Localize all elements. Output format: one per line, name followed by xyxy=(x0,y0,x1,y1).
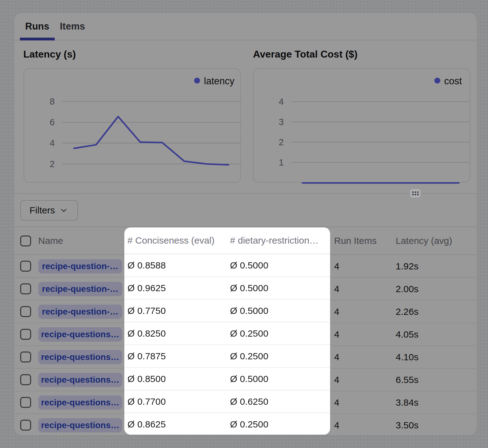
spotlight-row: Ø 0.8250Ø 0.2500 xyxy=(124,322,330,345)
spotlight-header-score2: # dietary-restriction… xyxy=(230,235,330,246)
score-columns-spotlight: # Conciseness (eval) # dietary-restricti… xyxy=(124,227,330,435)
grip-dots-icon xyxy=(412,191,419,195)
spotlight-score1-cell: Ø 0.8588 xyxy=(127,260,230,271)
spotlight-score2-cell: Ø 0.5000 xyxy=(230,374,330,384)
spotlight-row: Ø 0.8625Ø 0.2500 xyxy=(124,413,330,435)
spotlight-body: Ø 0.8588Ø 0.5000Ø 0.9625Ø 0.5000Ø 0.7750… xyxy=(124,254,330,435)
spotlight-score1-cell: Ø 0.8625 xyxy=(127,419,230,430)
spotlight-score2-cell: Ø 0.2500 xyxy=(230,328,330,339)
spotlight-score2-cell: Ø 0.5000 xyxy=(230,283,330,293)
app-root: { "tabs": { "runs": "Runs", "items": "It… xyxy=(0,0,488,448)
spotlight-row: Ø 0.7750Ø 0.5000 xyxy=(124,300,330,322)
spotlight-row: Ø 0.9625Ø 0.5000 xyxy=(124,277,330,300)
spotlight-score2-cell: Ø 0.2500 xyxy=(230,419,330,430)
spotlight-row: Ø 0.7875Ø 0.2500 xyxy=(124,345,330,368)
spotlight-header-row: # Conciseness (eval) # dietary-restricti… xyxy=(124,227,330,254)
spotlight-score2-cell: Ø 0.5000 xyxy=(230,260,330,271)
spotlight-score2-cell: Ø 0.5000 xyxy=(230,306,330,316)
spotlight-row: Ø 0.7700Ø 0.6250 xyxy=(124,390,330,413)
chart-resize-handle[interactable] xyxy=(410,189,421,198)
spotlight-score1-cell: Ø 0.7875 xyxy=(127,351,230,362)
spotlight-score2-cell: Ø 0.2500 xyxy=(230,351,330,362)
spotlight-score1-cell: Ø 0.9625 xyxy=(127,283,230,293)
spotlight-score1-cell: Ø 0.8500 xyxy=(127,374,230,384)
spotlight-score1-cell: Ø 0.8250 xyxy=(127,328,230,339)
spotlight-score2-cell: Ø 0.6250 xyxy=(230,396,330,407)
spotlight-row: Ø 0.8500Ø 0.5000 xyxy=(124,368,330,390)
spotlight-row: Ø 0.8588Ø 0.5000 xyxy=(124,254,330,277)
spotlight-score1-cell: Ø 0.7750 xyxy=(127,306,230,316)
spotlight-header-score1: # Conciseness (eval) xyxy=(127,235,230,246)
spotlight-score1-cell: Ø 0.7700 xyxy=(127,396,230,407)
